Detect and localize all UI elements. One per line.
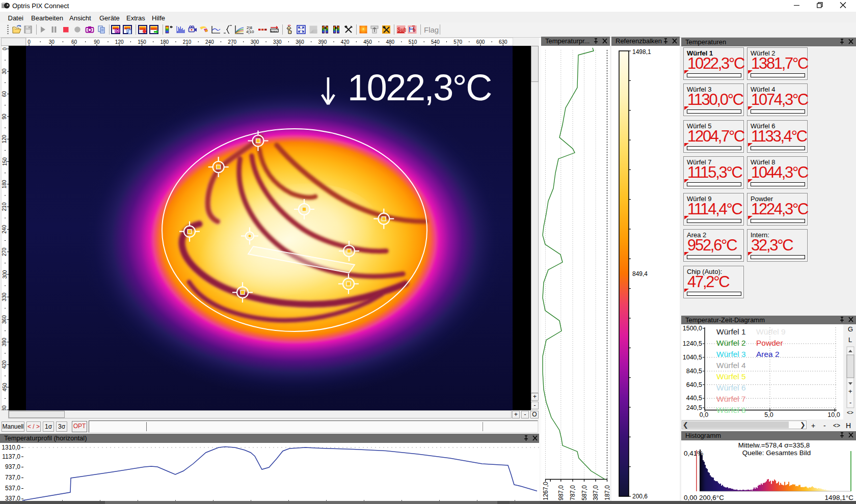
svg-text:120: 120: [2, 134, 8, 143]
svg-text:480: 480: [2, 405, 8, 410]
svg-text:1500,0: 1500,0: [683, 325, 702, 332]
svg-text:1498,1°C: 1498,1°C: [825, 494, 854, 501]
svg-text:630: 630: [499, 39, 507, 45]
svg-text:200,6°C: 200,6°C: [699, 494, 724, 501]
svg-text:150: 150: [2, 157, 8, 166]
svg-text:Mittelw.=578,4 σ=335,8: Mittelw.=578,4 σ=335,8: [738, 441, 810, 449]
svg-text:330: 330: [273, 39, 282, 45]
svg-text:0,00: 0,00: [684, 494, 697, 501]
svg-text:1498,1: 1498,1: [632, 48, 651, 55]
svg-text:210: 210: [2, 202, 8, 211]
svg-text:187,0: 187,0: [604, 485, 610, 500]
svg-text:849,4: 849,4: [632, 270, 648, 277]
svg-text:450: 450: [2, 383, 8, 391]
svg-text:640,5: 640,5: [686, 381, 702, 388]
svg-text:270: 270: [2, 247, 8, 256]
svg-text:Würfel 9: Würfel 9: [756, 327, 786, 336]
svg-text:1267,0: 1267,0: [542, 482, 549, 500]
svg-text:240: 240: [2, 225, 8, 234]
svg-text:480: 480: [386, 39, 394, 45]
svg-text:0,0: 0,0: [700, 411, 708, 418]
svg-text:420: 420: [341, 39, 350, 45]
svg-text:180: 180: [160, 39, 169, 45]
svg-text:787,0: 787,0: [569, 485, 576, 500]
svg-text:0: 0: [2, 47, 8, 50]
svg-text:600: 600: [476, 39, 485, 45]
svg-text:90: 90: [2, 114, 8, 120]
svg-text:987,0: 987,0: [557, 485, 565, 500]
svg-text:150: 150: [138, 39, 146, 45]
svg-text:840,5: 840,5: [686, 368, 702, 375]
svg-text:30: 30: [2, 68, 8, 74]
svg-text:+: +: [848, 387, 852, 395]
svg-text:60: 60: [71, 39, 77, 45]
svg-text:b: b: [413, 27, 416, 33]
svg-text:300: 300: [251, 39, 259, 45]
svg-text:Sub: Sub: [397, 27, 406, 33]
svg-text:60: 60: [2, 91, 8, 97]
svg-text:390: 390: [318, 39, 327, 45]
svg-text:Würfel 5: Würfel 5: [716, 372, 746, 381]
svg-text:30: 30: [49, 39, 55, 45]
svg-text:440,5: 440,5: [686, 395, 702, 402]
svg-text:210: 210: [183, 39, 192, 45]
svg-text:200,6: 200,6: [632, 493, 648, 500]
svg-text:450: 450: [363, 39, 372, 45]
svg-text:Würfel 4: Würfel 4: [716, 361, 746, 370]
svg-text:Area 2: Area 2: [756, 350, 780, 358]
svg-text:587,0: 587,0: [581, 485, 588, 500]
svg-text:420: 420: [2, 360, 8, 369]
svg-text:390: 390: [2, 338, 8, 346]
svg-text:Würfel 6: Würfel 6: [716, 383, 746, 392]
svg-text:Powder: Powder: [756, 339, 783, 347]
svg-text:1240,5: 1240,5: [683, 340, 702, 347]
svg-text:<>: <>: [847, 409, 853, 415]
svg-text:300: 300: [2, 270, 8, 278]
svg-text:937,0: 937,0: [5, 463, 20, 470]
svg-text:1137,0: 1137,0: [2, 453, 20, 460]
svg-text:0: 0: [28, 39, 31, 45]
svg-text:Würfel 1: Würfel 1: [716, 327, 746, 336]
svg-text:240: 240: [205, 39, 214, 45]
svg-text:180: 180: [2, 180, 8, 188]
svg-text:537,0: 537,0: [5, 485, 20, 492]
svg-text:G: G: [848, 325, 853, 333]
svg-text:5,0: 5,0: [764, 411, 773, 418]
svg-text:Würfel 2: Würfel 2: [716, 339, 746, 347]
svg-text:330: 330: [2, 293, 8, 301]
svg-text:387,0: 387,0: [592, 485, 599, 500]
svg-text:570: 570: [453, 39, 462, 45]
svg-text:Würfel 7: Würfel 7: [716, 395, 746, 403]
svg-text:240,5: 240,5: [686, 404, 702, 411]
svg-text:Würfel 8: Würfel 8: [716, 406, 746, 414]
svg-text:540: 540: [431, 39, 440, 45]
svg-text:Quelle: Gesamtes Bild: Quelle: Gesamtes Bild: [742, 449, 811, 457]
svg-text:-: -: [849, 399, 851, 406]
svg-text:Würfel 3: Würfel 3: [716, 350, 746, 358]
svg-text:10,0: 10,0: [827, 411, 840, 418]
svg-text:270: 270: [228, 39, 236, 45]
svg-text:4¦10: 4¦10: [246, 30, 254, 34]
svg-text:L: L: [848, 336, 852, 344]
svg-text:360: 360: [296, 39, 304, 45]
svg-text:120: 120: [115, 39, 124, 45]
svg-text:90: 90: [94, 39, 100, 45]
svg-text:360: 360: [2, 315, 8, 324]
svg-text:1310,0: 1310,0: [2, 444, 20, 451]
svg-text:1040,5: 1040,5: [683, 354, 702, 361]
svg-text:510: 510: [409, 39, 417, 45]
svg-text:1022,3°C: 1022,3°C: [347, 67, 491, 108]
svg-text:737,0: 737,0: [5, 474, 20, 481]
